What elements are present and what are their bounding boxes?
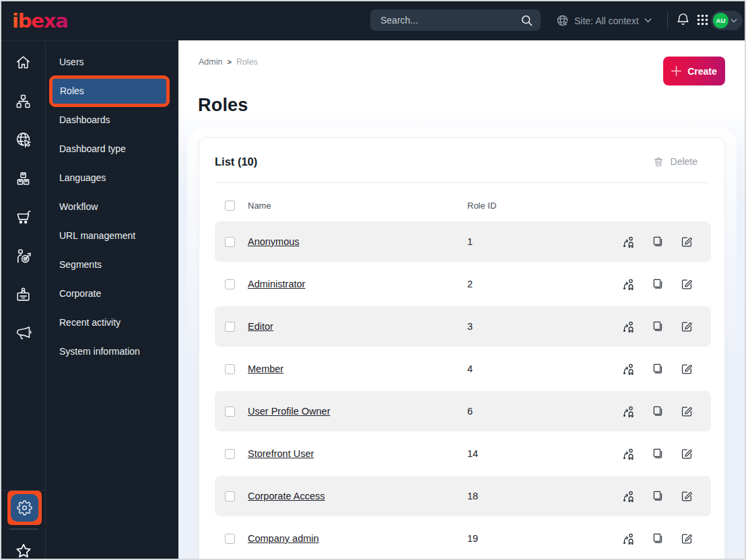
row-checkbox[interactable]	[225, 449, 235, 459]
rail-site-globe-icon[interactable]	[1, 126, 45, 153]
role-id-value: 4	[467, 363, 614, 374]
copy-icon[interactable]	[643, 235, 672, 249]
list-count-title: List (10)	[215, 155, 257, 168]
copy-icon[interactable]	[643, 447, 672, 461]
delete-button-label: Delete	[671, 156, 698, 167]
row-actions	[614, 447, 701, 461]
copy-icon[interactable]	[643, 489, 672, 503]
card-header: List (10) Delete	[199, 138, 724, 182]
row-checkbox[interactable]	[225, 279, 235, 289]
row-actions	[614, 320, 701, 334]
breadcrumb: Admin > Roles	[199, 57, 258, 67]
edit-icon[interactable]	[672, 532, 701, 546]
sidebar-item-recent-activity[interactable]: Recent activity	[46, 312, 179, 333]
role-name-link[interactable]: Company admin	[248, 533, 319, 544]
rail-admin-gear-icon[interactable]	[7, 491, 42, 525]
sidebar-item-workflow[interactable]: Workflow	[46, 197, 179, 217]
breadcrumb-admin[interactable]: Admin	[199, 57, 222, 67]
site-context-label: Site: All context	[574, 15, 639, 26]
search-input[interactable]	[370, 15, 521, 26]
rail-product-boxes-icon[interactable]	[1, 165, 45, 192]
role-name-link[interactable]: Anonymous	[248, 236, 300, 247]
sidebar-item-label: Segments	[59, 259, 102, 270]
sidebar-item-languages[interactable]: Languages	[46, 168, 179, 188]
sidebar-item-dashboard-type[interactable]: Dashboard type	[46, 139, 179, 160]
ibexa-logo[interactable]: ibexa	[12, 8, 73, 34]
sidebar-item-system-information[interactable]: System information	[46, 341, 179, 362]
assign-users-icon[interactable]	[614, 405, 643, 419]
create-button[interactable]: Create	[663, 57, 725, 85]
sidebar-item-roles[interactable]: Roles	[49, 75, 170, 107]
nav-rail	[1, 40, 45, 559]
edit-icon[interactable]	[672, 447, 701, 461]
row-checkbox[interactable]	[225, 491, 235, 501]
role-id-value: 6	[467, 406, 614, 417]
row-checkbox[interactable]	[225, 322, 235, 332]
app-grid-icon[interactable]	[697, 14, 708, 26]
sidebar-item-url-management[interactable]: URL management	[46, 225, 179, 246]
role-name-link[interactable]: User Profile Owner	[248, 406, 330, 417]
assign-users-icon[interactable]	[614, 277, 643, 291]
table-row: Administrator 2	[215, 264, 711, 304]
assign-users-icon[interactable]	[614, 362, 643, 376]
edit-icon[interactable]	[672, 320, 701, 334]
breadcrumb-current: Roles	[236, 57, 258, 67]
search-icon[interactable]	[521, 15, 533, 26]
column-role-id: Role ID	[467, 201, 710, 211]
chevron-down-icon	[731, 19, 737, 23]
copy-icon[interactable]	[643, 532, 672, 546]
role-id-value: 2	[467, 279, 614, 289]
assign-users-icon[interactable]	[614, 447, 643, 461]
table-row: Company admin 19	[215, 518, 711, 559]
svg-text:ibexa: ibexa	[12, 9, 68, 32]
rail-corporate-badge-icon[interactable]	[1, 281, 45, 308]
row-checkbox[interactable]	[225, 407, 235, 417]
sidebar-item-segments[interactable]: Segments	[46, 254, 179, 275]
row-actions	[614, 277, 701, 291]
edit-icon[interactable]	[672, 489, 701, 503]
rail-megaphone-icon[interactable]	[1, 319, 45, 346]
edit-icon[interactable]	[672, 362, 701, 376]
row-checkbox[interactable]	[225, 364, 235, 374]
assign-users-icon[interactable]	[614, 489, 643, 503]
row-actions	[614, 362, 701, 376]
role-name-link[interactable]: Member	[248, 363, 283, 374]
table-header: Name Role ID	[215, 193, 710, 217]
edit-icon[interactable]	[672, 405, 701, 419]
role-name-link[interactable]: Editor	[248, 321, 273, 332]
edit-icon[interactable]	[672, 277, 701, 291]
copy-icon[interactable]	[643, 320, 672, 334]
sidebar-item-label: System information	[59, 346, 140, 357]
sidebar-item-dashboards[interactable]: Dashboards	[46, 110, 179, 131]
select-all-checkbox[interactable]	[225, 201, 235, 211]
sidebar-item-label: Roles	[60, 85, 84, 96]
row-checkbox[interactable]	[225, 237, 235, 247]
edit-icon[interactable]	[672, 235, 701, 249]
copy-icon[interactable]	[643, 405, 672, 419]
row-actions	[614, 489, 701, 503]
assign-users-icon[interactable]	[614, 320, 643, 334]
rail-cart-icon[interactable]	[1, 203, 45, 230]
rail-home-icon[interactable]	[1, 48, 45, 75]
sidebar-item-corporate[interactable]: Corporate	[46, 283, 179, 304]
card-header-divider	[215, 182, 710, 183]
sidebar-item-label: Languages	[59, 172, 106, 183]
copy-icon[interactable]	[643, 362, 672, 376]
rail-personalization-icon[interactable]	[1, 242, 45, 269]
assign-users-icon[interactable]	[614, 235, 643, 249]
role-name-link[interactable]: Corporate Access	[248, 491, 325, 501]
site-globe-icon	[556, 14, 569, 27]
sidebar-item-users[interactable]: Users	[46, 52, 179, 73]
rail-bookmarks-star-icon[interactable]	[1, 538, 45, 559]
role-name-link[interactable]: Administrator	[248, 279, 305, 289]
role-id-value: 14	[467, 448, 614, 459]
delete-button[interactable]: Delete	[653, 156, 698, 168]
role-name-link[interactable]: Storefront User	[248, 448, 314, 459]
site-context-selector[interactable]: Site: All context	[556, 11, 652, 30]
rail-sitemap-icon[interactable]	[1, 88, 45, 114]
copy-icon[interactable]	[643, 277, 672, 291]
user-menu[interactable]: AU	[711, 11, 743, 30]
row-checkbox[interactable]	[225, 534, 235, 544]
notifications-bell-icon[interactable]	[676, 12, 690, 27]
assign-users-icon[interactable]	[614, 532, 643, 546]
